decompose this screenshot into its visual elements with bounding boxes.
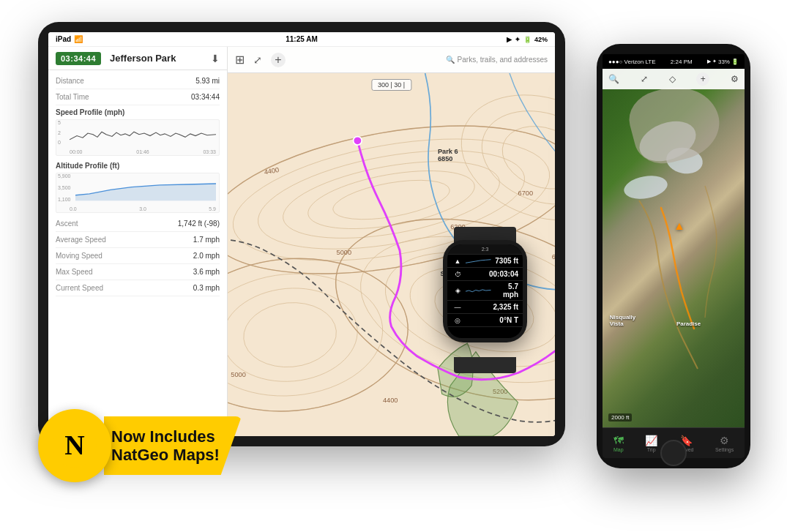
svg-text:5000: 5000 <box>231 371 246 378</box>
svg-text:N: N <box>64 430 84 460</box>
left-panel: 03:34:44 Jefferson Park ⬇ Distance 5.93 … <box>48 47 228 436</box>
watch-metric-speed: ◈ 5.7 mph <box>447 281 523 301</box>
bearing-value: 0°N T <box>463 316 518 324</box>
movingspeed-label: Moving Speed <box>56 252 102 260</box>
phone-scale-text: 2000 ft <box>611 414 629 421</box>
svg-text:6700: 6700 <box>518 190 534 197</box>
speed-chart-svg <box>70 121 216 145</box>
avgspeed-label: Average Speed <box>56 236 106 244</box>
phone-settings-icon[interactable]: ⚙ <box>731 74 739 84</box>
location-status-icon: ▶ <box>507 36 512 43</box>
phone-nav-map[interactable]: 🗺 Map <box>613 435 624 452</box>
altitude-chart-container: Altitude Profile (ft) 5,900 3,500 1,100 <box>56 159 220 216</box>
stat-row-distance: Distance 5.93 mi <box>56 73 220 89</box>
search-placeholder: Parks, trails, and addresses <box>458 56 548 64</box>
phone-trail-svg <box>603 69 745 427</box>
phone-home-button[interactable] <box>660 440 687 466</box>
speed-chart-container: Speed Profile (mph) 5 2 0 <box>56 105 220 159</box>
phone-map-toolbar: 🔍 ⤢ ◇ + ⚙ <box>603 69 745 89</box>
svg-text:4400: 4400 <box>383 397 398 404</box>
timer-value: 00:03:04 <box>463 270 518 278</box>
phone-map[interactable]: ▲ 🔍 ⤢ ◇ + ⚙ NisquallyVista Paradise 2000… <box>603 69 745 427</box>
stat-row-maxspeed: Max Speed 3.6 mph <box>56 264 220 280</box>
add-waypoint-icon[interactable]: + <box>271 53 286 67</box>
layers-icon[interactable]: ⊞ <box>235 53 245 67</box>
ruler-icon: — <box>452 304 463 311</box>
altitude-x-labels: 0.0 3.0 5.9 <box>70 206 216 211</box>
battery-percentage: 42% <box>534 36 548 43</box>
curspeed-label: Current Speed <box>56 284 103 292</box>
distance-value: 5.93 mi <box>195 77 220 85</box>
speed-y-5: 5 <box>58 120 61 125</box>
ipad-label: iPad <box>56 35 71 43</box>
phone-battery: ▶ ✦ 33% 🔋 <box>707 59 739 65</box>
tablet-status-bar: iPad 📶 11:25 AM ▶ ✦ 🔋 42% <box>48 32 555 47</box>
movingspeed-value: 2.0 mph <box>193 252 220 260</box>
natgeo-banner: N Now Includes NatGeo Maps! <box>38 409 242 482</box>
totaltime-label: Total Time <box>56 93 89 101</box>
phone-map-scale: 2000 ft <box>608 413 632 422</box>
phone-label-nisqually: NisquallyVista <box>610 314 636 327</box>
phone-status-bar: ●●●○ Verizon LTE 2:24 PM ▶ ✦ 33% 🔋 <box>603 54 745 69</box>
compass-icon: ◎ <box>452 317 463 324</box>
watch-metric-elevation: ▲ 7305 ft <box>447 255 523 268</box>
phone-device: ●●●○ Verizon LTE 2:24 PM ▶ ✦ 33% 🔋 <box>597 44 750 468</box>
stat-row-curspeed: Current Speed 0.3 mph <box>56 280 220 296</box>
speed-x-labels: 00:00 01:46 03:33 <box>70 149 216 154</box>
svg-point-33 <box>354 137 362 146</box>
alt-x-mid: 3.0 <box>139 206 146 211</box>
map-search[interactable]: 🔍 Parks, trails, and addresses <box>446 56 548 64</box>
mountain-icon: ▲ <box>452 258 463 265</box>
phone-screen: ●●●○ Verizon LTE 2:24 PM ▶ ✦ 33% 🔋 <box>603 54 745 458</box>
map-toolbar: ⊞ ⤢ + 🔍 Parks, trails, and addresses <box>228 47 555 73</box>
altitude-chart: 5,900 3,500 1,100 0.0 <box>56 173 220 213</box>
stat-row-avgspeed: Average Speed 1.7 mph <box>56 232 220 248</box>
phone-battery-icon: 🔋 <box>731 59 739 65</box>
map-scale: 300 | 30 | <box>371 79 411 91</box>
alt-y-low: 1,100 <box>58 197 71 202</box>
natgeo-text-panel: Now Includes NatGeo Maps! <box>104 416 242 475</box>
tablet-time: 11:25 AM <box>286 35 318 43</box>
watch-status-bar: 2:3 <box>447 244 523 255</box>
altitude-y-labels: 5,900 3,500 1,100 <box>58 173 71 202</box>
natgeo-message: Now Includes NatGeo Maps! <box>111 427 220 465</box>
trip-nav-icon: 📈 <box>645 435 657 446</box>
natgeo-line2: NatGeo Maps! <box>111 446 220 464</box>
svg-text:6800: 6800 <box>552 253 555 261</box>
phone-nav-trip[interactable]: 📈 Trip <box>645 435 657 452</box>
altitude-profile-title: Altitude Profile (ft) <box>56 159 220 171</box>
alt-y-mid: 3,500 <box>58 185 71 190</box>
speed-chart: 5 2 0 00:00 01:46 03:33 <box>56 119 220 156</box>
settings-nav-icon: ⚙ <box>720 435 729 446</box>
distance-label: Distance <box>56 77 84 85</box>
totaltime-value: 03:34:44 <box>191 93 220 101</box>
fullscreen-icon[interactable]: ⤢ <box>253 54 262 66</box>
trip-name: Jefferson Park <box>110 53 176 64</box>
maxspeed-value: 3.6 mph <box>193 268 220 276</box>
watch-screen: 2:3 ▲ 7305 ft ⏱ 00:03:04 ◈ <box>447 244 523 338</box>
svg-text:5000: 5000 <box>337 249 352 256</box>
ascent-value: 1,742 ft (-98) <box>178 220 220 228</box>
phone-nav-settings[interactable]: ⚙ Settings <box>715 435 734 452</box>
elevation-value: 7305 ft <box>493 257 519 265</box>
speed-y-0: 0 <box>58 140 61 145</box>
phone-location-icon: ▶ <box>707 59 711 64</box>
avgspeed-value: 1.7 mph <box>193 236 220 244</box>
speed-y-2: 2 <box>58 130 61 135</box>
curspeed-value: 0.3 mph <box>193 284 220 292</box>
stats-list: Distance 5.93 mi Total Time 03:34:44 Spe… <box>48 70 227 436</box>
stat-row-ascent: Ascent 1,742 ft (-98) <box>56 216 220 232</box>
phone-add-icon[interactable]: + <box>696 72 709 86</box>
elevation-line <box>466 257 491 266</box>
phone-expand-icon[interactable]: ⤢ <box>641 74 648 84</box>
phone-diamond-icon[interactable]: ◇ <box>669 74 676 84</box>
scene: iPad 📶 11:25 AM ▶ ✦ 🔋 42% 03:34:44 <box>0 0 787 532</box>
watch-metric-distance: — 2,325 ft <box>447 301 523 314</box>
natgeo-logo-svg: N <box>53 424 97 468</box>
phone-search-icon[interactable]: 🔍 <box>608 74 619 84</box>
watch-metric-bearing: ◎ 0°N T <box>447 314 523 327</box>
speed-x-mid: 01:46 <box>136 149 149 154</box>
watch-metric-timer: ⏱ 00:03:04 <box>447 268 523 281</box>
speed-line <box>466 286 491 295</box>
download-icon[interactable]: ⬇ <box>211 53 220 64</box>
